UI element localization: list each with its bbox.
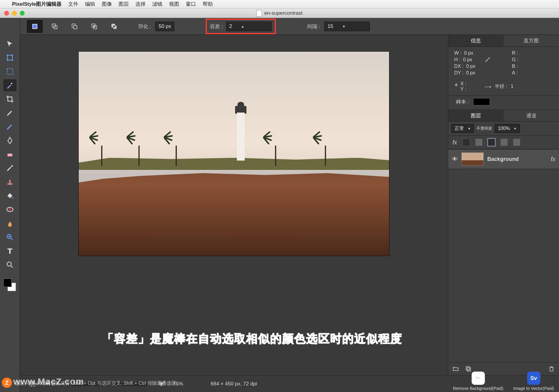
mask-slot-1[interactable] <box>463 139 470 146</box>
radius-label: 半径 : <box>495 83 507 90</box>
zoom-button[interactable] <box>20 11 25 16</box>
gap-input[interactable]: 15 ▼ <box>324 22 370 31</box>
sample-swatch[interactable] <box>473 98 490 105</box>
pen-tool[interactable] <box>3 134 17 146</box>
eyedropper-tool[interactable] <box>3 162 17 174</box>
canvas[interactable] <box>79 52 389 256</box>
sample-label: 样本 : <box>456 98 469 105</box>
sv-icon: Sv <box>527 372 540 385</box>
marquee-tool[interactable] <box>3 65 17 77</box>
text-tool[interactable] <box>3 245 17 257</box>
color-swatches[interactable] <box>3 279 17 292</box>
svg-rect-17 <box>7 69 13 74</box>
gap-value: 15 <box>328 23 333 29</box>
svg-rect-8 <box>93 26 95 27</box>
close-button[interactable] <box>4 11 9 16</box>
opacity-label: 不透明度 <box>476 126 492 131</box>
menu-file[interactable]: 文件 <box>68 1 78 8</box>
move-tool[interactable] <box>3 38 17 50</box>
selection-mode-subtract[interactable] <box>67 20 82 33</box>
stepper-down-icon[interactable]: ▼ <box>342 25 346 28</box>
svg-point-22 <box>12 197 14 199</box>
fx-icon[interactable]: fx <box>452 139 457 146</box>
feather-input[interactable]: 50 px <box>155 22 174 31</box>
scissors-icon: ✂︎ <box>472 372 485 385</box>
tolerance-highlight: 容差 : 2 ▲ <box>206 19 276 34</box>
menu-image[interactable]: 图像 <box>102 1 112 8</box>
window-titlebar: en-supercontrast <box>0 8 559 18</box>
eyedropper-icon <box>484 56 491 63</box>
mask-slot-3[interactable] <box>488 139 495 146</box>
minimize-button[interactable] <box>12 11 17 16</box>
canvas-area: 「容差」是魔棒在自动选取相似的颜色选区时的近似程度 <box>20 35 448 375</box>
layer-name[interactable]: Background <box>487 156 519 162</box>
trash-icon[interactable] <box>548 366 555 372</box>
mask-slot-4[interactable] <box>500 139 508 146</box>
menu-view[interactable]: 视图 <box>169 1 179 8</box>
fg-color[interactable] <box>3 279 12 287</box>
right-panels: 信息 直方图 W : 0 px H : 0 px DX : 0 px DY : … <box>448 35 559 375</box>
tab-histogram[interactable]: 直方图 <box>504 35 559 47</box>
tab-channels[interactable]: 通道 <box>504 110 559 121</box>
tab-layers[interactable]: 图层 <box>448 110 504 121</box>
svg-rect-1 <box>33 24 37 29</box>
canvas-dimensions: 684 × 450 px, 72 dpi <box>211 381 257 387</box>
crop-tool[interactable] <box>3 93 17 105</box>
magic-wand-tool[interactable] <box>3 79 17 91</box>
menu-help[interactable]: 帮助 <box>203 1 213 8</box>
svg-rect-20 <box>7 183 12 185</box>
selection-mode-new[interactable] <box>27 20 43 33</box>
svg-point-15 <box>7 59 8 61</box>
folder-icon[interactable] <box>452 366 459 372</box>
duplicate-icon[interactable] <box>465 366 472 372</box>
redeye-tool[interactable] <box>3 204 17 216</box>
smudge-tool[interactable] <box>3 217 17 229</box>
pencil-tool[interactable] <box>3 121 17 133</box>
svg-point-26 <box>7 262 11 266</box>
selection-mode-exclude[interactable] <box>106 20 122 33</box>
zoom-tool[interactable] <box>3 231 17 243</box>
svg-rect-28 <box>467 368 470 371</box>
mask-slot-5[interactable] <box>513 139 520 146</box>
zoom-out-tool[interactable] <box>3 259 17 271</box>
info-tabs: 信息 直方图 <box>448 35 559 47</box>
tolerance-input[interactable]: 2 ▲ <box>226 22 272 31</box>
ext-vector[interactable]: Sv Image to Vector(Paid) <box>513 372 554 391</box>
menu-window[interactable]: 窗口 <box>186 1 196 8</box>
selection-mode-add[interactable] <box>47 20 62 33</box>
visibility-icon[interactable]: 👁 <box>452 156 458 163</box>
app-name[interactable]: PixelStyle图片编辑器 <box>12 1 62 8</box>
transform-tool[interactable] <box>3 52 17 64</box>
layer-item[interactable]: 👁 Background fx <box>448 149 559 169</box>
layer-thumbnail[interactable] <box>461 152 484 166</box>
layer-fx-row: fx <box>448 136 559 149</box>
stamp-tool[interactable] <box>3 176 17 188</box>
mask-slot-2[interactable] <box>475 139 482 146</box>
layer-fx-label[interactable]: fx <box>551 156 555 163</box>
svg-point-24 <box>9 209 11 211</box>
menubar[interactable]: PixelStyle图片编辑器 文件 编辑 图像 图层 选择 滤镜 视图 窗口 … <box>0 0 559 8</box>
svg-rect-12 <box>7 55 12 60</box>
opacity-input[interactable]: 100%▼ <box>494 124 520 133</box>
menu-edit[interactable]: 编辑 <box>85 1 95 8</box>
annotation-text: 「容差」是魔棒在自动选取相似的颜色选区时的近似程度 <box>102 331 402 346</box>
menu-layer[interactable]: 图层 <box>119 1 129 8</box>
document-name: en-supercontrast <box>264 10 303 16</box>
svg-rect-5 <box>74 26 77 29</box>
svg-rect-21 <box>9 180 11 183</box>
menu-select[interactable]: 选择 <box>135 1 146 8</box>
brush-tool[interactable] <box>3 107 17 119</box>
ext-remove-bg[interactable]: ✂︎ Remove Background(Paid) <box>453 372 503 391</box>
radius-arrow-icon: ⟶ <box>484 84 491 89</box>
svg-point-18 <box>11 83 12 84</box>
selection-mode-intersect[interactable] <box>86 20 102 33</box>
plus-icon: + <box>454 81 458 92</box>
stepper-up-icon[interactable]: ▲ <box>241 25 244 28</box>
eraser-tool[interactable] <box>3 148 17 160</box>
radius-value: 1 <box>511 84 513 89</box>
tab-info[interactable]: 信息 <box>448 35 504 47</box>
bucket-tool[interactable] <box>3 190 17 202</box>
blend-mode-select[interactable]: 正常▼ <box>451 124 474 133</box>
svg-rect-19 <box>7 154 12 156</box>
menu-filter[interactable]: 滤镜 <box>152 1 162 8</box>
